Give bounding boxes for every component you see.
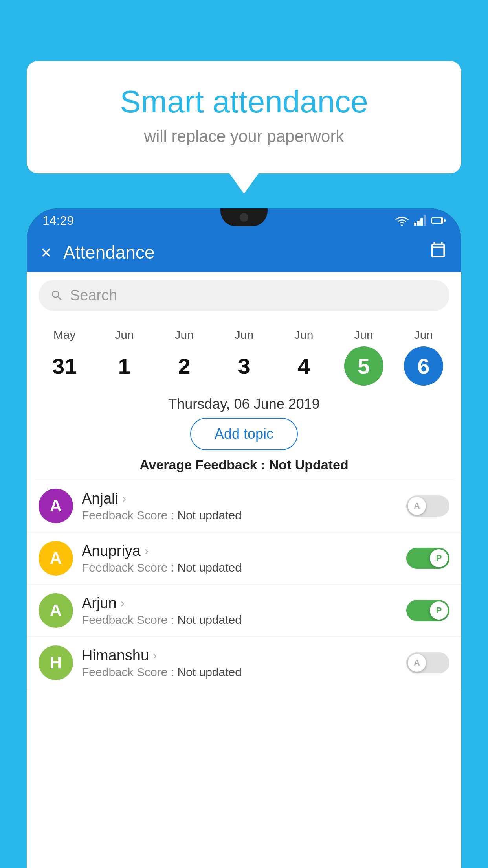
attendance-toggle[interactable]: A [406,652,449,673]
screen-content: Search May31Jun1Jun2Jun3Jun4Jun5Jun6 Thu… [27,272,461,868]
svg-rect-3 [424,215,426,226]
signal-icon [414,215,426,226]
bubble-title: Smart attendance [58,85,430,119]
cal-day-number: 5 [344,346,383,386]
toggle-switch[interactable]: A [406,495,449,517]
toggle-switch[interactable]: P [406,600,449,621]
table-row: AAnupriya ›Feedback Score : Not updatedP [27,532,461,585]
feedback-score: Feedback Score : Not updated [82,561,398,574]
status-icons [395,215,446,226]
cal-month-label: Jun [414,328,433,342]
student-info: Himanshu ›Feedback Score : Not updated [82,647,398,679]
app-bar: × Attendance [27,233,461,272]
search-input-placeholder: Search [70,287,117,304]
avatar: A [39,489,73,523]
feedback-value: Not updated [177,613,241,626]
search-icon [50,289,64,302]
table-row: HHimanshu ›Feedback Score : Not updatedA [27,637,461,689]
status-time: 14:29 [42,213,74,228]
cal-month-label: May [53,328,76,342]
svg-rect-2 [420,218,423,226]
toggle-switch[interactable]: A [406,652,449,673]
toggle-knob: A [408,497,426,515]
cal-month-label: Jun [175,328,194,342]
add-topic-button[interactable]: Add topic [190,418,298,450]
feedback-value: Not updated [177,561,241,574]
calendar-icon[interactable] [429,241,447,264]
feedback-score: Feedback Score : Not updated [82,509,398,522]
calendar-day-1[interactable]: Jun1 [101,328,148,386]
selected-date-label: Thursday, 06 June 2019 [27,389,461,418]
calendar-day-6[interactable]: Jun6 [400,328,447,386]
feedback-score: Feedback Score : Not updated [82,666,398,679]
student-info: Anjali ›Feedback Score : Not updated [82,490,398,522]
table-row: AAnjali ›Feedback Score : Not updatedA [27,480,461,532]
svg-rect-5 [432,218,441,223]
attendance-toggle[interactable]: P [406,600,449,621]
calendar-day-2[interactable]: Jun2 [161,328,208,386]
svg-rect-0 [414,223,416,226]
cal-day-number: 31 [45,346,84,386]
students-list: AAnjali ›Feedback Score : Not updatedAAA… [27,480,461,689]
calendar-day-31[interactable]: May31 [41,328,88,386]
toggle-knob: P [430,549,448,567]
avg-feedback-value: Not Updated [269,457,349,472]
student-name[interactable]: Anupriya › [82,542,398,559]
calendar-day-3[interactable]: Jun3 [220,328,268,386]
cal-month-label: Jun [354,328,373,342]
app-bar-title: Attendance [63,242,417,263]
cal-month-label: Jun [115,328,134,342]
bubble-subtitle: will replace your paperwork [58,127,430,146]
search-bar-container: Search [27,272,461,319]
table-row: AArjun ›Feedback Score : Not updatedP [27,585,461,637]
phone-container: 14:29 [27,208,461,868]
close-button[interactable]: × [41,242,51,263]
student-name[interactable]: Anjali › [82,490,398,507]
speech-bubble: Smart attendance will replace your paper… [27,61,461,173]
chevron-right-icon: › [121,596,125,610]
student-info: Arjun ›Feedback Score : Not updated [82,595,398,627]
cal-month-label: Jun [294,328,313,342]
feedback-value: Not updated [177,666,241,679]
cal-day-number: 4 [284,346,323,386]
cal-month-label: Jun [235,328,253,342]
wifi-icon [395,215,409,226]
battery-icon [431,217,446,224]
search-bar[interactable]: Search [39,280,449,311]
add-topic-container: Add topic [27,418,461,450]
phone: 14:29 [27,208,461,868]
svg-rect-6 [444,219,446,222]
cal-day-number: 2 [165,346,204,386]
toggle-knob: P [430,601,448,620]
avg-feedback-label: Average Feedback : [139,457,265,472]
speech-bubble-container: Smart attendance will replace your paper… [27,61,461,173]
toggle-knob: A [408,654,426,672]
cal-day-number: 1 [105,346,144,386]
avatar: H [39,645,73,680]
attendance-toggle[interactable]: P [406,548,449,569]
attendance-toggle[interactable]: A [406,495,449,517]
calendar-day-5[interactable]: Jun5 [340,328,387,386]
status-bar: 14:29 [27,208,461,233]
toggle-switch[interactable]: P [406,548,449,569]
cal-day-number: 6 [404,346,443,386]
calendar-day-4[interactable]: Jun4 [280,328,327,386]
student-name[interactable]: Himanshu › [82,647,398,664]
feedback-value: Not updated [177,509,241,522]
avatar: A [39,593,73,628]
chevron-right-icon: › [153,649,157,662]
svg-rect-1 [417,221,420,226]
avg-feedback: Average Feedback : Not Updated [27,457,461,473]
student-name[interactable]: Arjun › [82,595,398,612]
avatar: A [39,541,73,576]
student-info: Anupriya ›Feedback Score : Not updated [82,542,398,574]
feedback-score: Feedback Score : Not updated [82,613,398,627]
calendar-row: May31Jun1Jun2Jun3Jun4Jun5Jun6 [27,319,461,389]
chevron-right-icon: › [122,492,126,505]
chevron-right-icon: › [145,544,149,557]
notch [220,208,268,226]
cal-day-number: 3 [224,346,264,386]
camera [240,213,248,222]
